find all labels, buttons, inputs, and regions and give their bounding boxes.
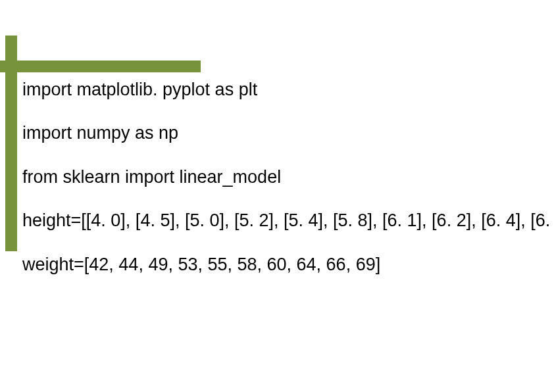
code-line-2: import numpy as np [22,122,536,143]
code-block: import matplotlib. pyplot as plt import … [22,79,536,297]
decorative-horizontal-bar [0,61,201,72]
code-line-4: height=[[4. 0], [4. 5], [5. 0], [5. 2], … [22,210,536,231]
code-line-1: import matplotlib. pyplot as plt [22,79,536,100]
code-line-5: weight=[42, 44, 49, 53, 55, 58, 60, 64, … [22,254,536,275]
code-line-3: from sklearn import linear_model [22,166,536,187]
